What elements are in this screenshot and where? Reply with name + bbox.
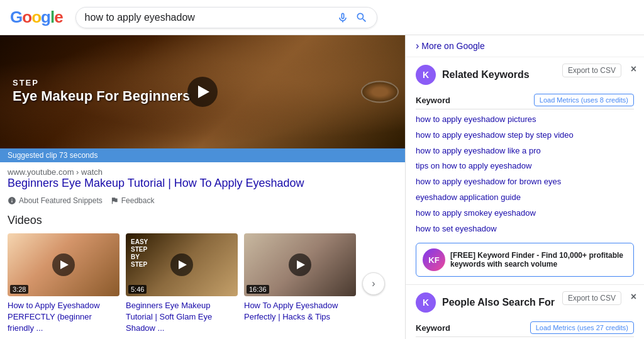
related-keywords-icon: K (416, 65, 436, 85)
video-thumb-1[interactable]: 3:28 (8, 233, 119, 296)
keyword-column-label: Keyword (416, 96, 450, 105)
keyword-row-4: tips on how to apply eyeshadow (416, 158, 634, 174)
chevron-icon: › (416, 40, 419, 52)
people-also-search-close-button[interactable]: × (631, 291, 636, 303)
play-icon-3 (297, 260, 305, 269)
kf-banner-text: [FREE] Keyword Finder - Find 10,000+ pro… (450, 251, 627, 269)
people-also-search-export-button[interactable]: Export to CSV (562, 291, 621, 305)
keyword-link-3[interactable]: how to apply eyeshadow like a pro (416, 146, 541, 155)
keyword-link-2[interactable]: how to apply eyeshadow step by step vide… (416, 130, 574, 140)
featured-snippet: Step Eye Makeup For Beginners Suggested … (0, 35, 405, 209)
video-duration-3: 16:36 (247, 285, 269, 294)
related-keywords-export-button[interactable]: Export to CSV (562, 64, 621, 77)
keyword-link-7[interactable]: how to apply smokey eyeshadow (416, 208, 536, 218)
left-content: Step Eye Makeup For Beginners Suggested … (0, 35, 405, 339)
info-icon (8, 196, 16, 205)
video-card-1: 3:28 How to Apply Eyeshadow PERFECTLY (b… (8, 233, 119, 335)
search-icons (336, 11, 368, 24)
about-featured-snippets-link[interactable]: About Featured Snippets (8, 196, 103, 205)
people-also-search-header: K People Also Search For Export to CSV (416, 292, 634, 313)
keyword-row-1: how to apply eyeshadow pictures (416, 112, 634, 128)
video-thumb-3[interactable]: 16:36 (244, 233, 356, 296)
mic-icon[interactable] (336, 11, 349, 24)
more-on-google-text: More on Google (421, 41, 484, 51)
load-metrics-button-1[interactable]: Load Metrics (uses 8 credits) (534, 94, 634, 106)
keyword-row-7: how to apply smokey eyeshadow (416, 206, 634, 221)
video-card-3: 16:36 How To Apply Eyeshadow Perfectly |… (244, 233, 356, 323)
kf-banner[interactable]: KF [FREE] Keyword Finder - Find 10,000+ … (416, 243, 634, 277)
people-also-search-table-header: Keyword Load Metrics (uses 27 credits) (416, 319, 634, 337)
result-info: www.youtube.com › watch Beginners Eye Ma… (0, 162, 405, 192)
about-snippets-label: About Featured Snippets (19, 196, 103, 205)
result-url: www.youtube.com › watch (8, 167, 397, 177)
related-keywords-title: Related Keywords (442, 69, 530, 81)
kf-logo: KF (423, 248, 445, 271)
related-keywords-table: Keyword Load Metrics (uses 8 credits) ho… (416, 91, 634, 236)
header: Google (0, 0, 644, 35)
videos-section-title: Videos (8, 214, 397, 227)
result-title-link[interactable]: Beginners Eye Makeup Tutorial | How To A… (8, 177, 304, 189)
video-duration-2: 5:46 (128, 285, 147, 294)
keyword-row-5: how to apply eyeshadow for brown eyes (416, 174, 634, 190)
play-icon-1 (60, 260, 69, 269)
keyword-link-4[interactable]: tips on how to apply eyeshadow (416, 161, 531, 170)
videos-section: Videos 3:28 How to Apply Eyeshadow PERFE… (0, 209, 405, 339)
search-icon[interactable] (355, 11, 368, 24)
video-title-2[interactable]: Beginners Eye Makeup Tutorial | Soft Gla… (126, 300, 238, 335)
video-card-2: EASYSTEPBYSTEP 5:46 Beginners Eye Makeup… (126, 233, 238, 335)
videos-next-button[interactable]: › (362, 272, 385, 295)
feedback-label: Feedback (121, 196, 155, 205)
main-layout: Step Eye Makeup For Beginners Suggested … (0, 35, 644, 339)
video-thumb-2[interactable]: EASYSTEPBYSTEP 5:46 (126, 233, 238, 296)
people-also-search-widget: × K People Also Search For Export to CSV… (406, 285, 644, 339)
search-bar[interactable] (75, 7, 377, 28)
keyword-column-label-2: Keyword (416, 323, 450, 333)
keyword-row-3: how to apply eyeshadow like a pro (416, 143, 634, 159)
video-label-2: EASYSTEPBYSTEP (131, 238, 148, 269)
keyword-link-5[interactable]: how to apply eyeshadow for brown eyes (416, 177, 561, 186)
play-button-3[interactable] (289, 253, 311, 276)
keyword-link-1[interactable]: how to apply eyeshadow pictures (416, 114, 536, 124)
related-keywords-widget: × K Related Keywords Export to CSV Keywo… (406, 57, 644, 285)
keyword-link-8[interactable]: how to set eyeshadow (416, 224, 497, 233)
play-button-1[interactable] (52, 253, 75, 276)
people-also-search-title: People Also Search For (442, 297, 555, 308)
related-keywords-close-button[interactable]: × (631, 64, 636, 75)
more-on-google-link[interactable]: › More on Google (406, 35, 644, 57)
suggested-clip-bar: Suggested clip 73 seconds (0, 148, 405, 162)
video-title-1[interactable]: How to Apply Eyeshadow PERFECTLY (beginn… (8, 300, 119, 335)
related-keywords-table-header: Keyword Load Metrics (uses 8 credits) (416, 91, 634, 109)
play-icon-2 (179, 260, 187, 269)
right-sidebar: › More on Google × K Related Keywords Ex… (405, 35, 644, 339)
result-footer: About Featured Snippets Feedback (0, 192, 405, 209)
featured-video-thumbnail[interactable]: Step Eye Makeup For Beginners (0, 35, 405, 148)
people-also-search-table: Keyword Load Metrics (uses 27 credits) h… (416, 319, 634, 339)
play-button-2[interactable] (170, 253, 193, 276)
keyword-row-2: how to apply eyeshadow step by step vide… (416, 128, 634, 143)
play-triangle-icon (198, 86, 209, 98)
video-duration-1: 3:28 (10, 285, 28, 294)
suggested-clip-text: Suggested clip 73 seconds (8, 151, 97, 160)
keyword-link-6[interactable]: eyeshadow application guide (416, 192, 521, 202)
keyword-row-8: how to set eyeshadow (416, 221, 634, 237)
load-metrics-button-2[interactable]: Load Metrics (uses 27 credits) (530, 321, 634, 334)
google-logo: Google (10, 8, 63, 27)
keyword-row-6: eyeshadow application guide (416, 190, 634, 206)
feedback-link[interactable]: Feedback (110, 196, 155, 205)
video-title-3[interactable]: How To Apply Eyeshadow Perfectly | Hacks… (244, 300, 356, 323)
flag-icon (110, 196, 119, 205)
featured-play-button[interactable] (187, 77, 218, 107)
search-input[interactable] (85, 12, 336, 23)
videos-grid: 3:28 How to Apply Eyeshadow PERFECTLY (b… (8, 233, 397, 335)
related-keywords-header: K Related Keywords Export to CSV (416, 65, 634, 85)
people-also-search-icon: K (416, 292, 436, 313)
